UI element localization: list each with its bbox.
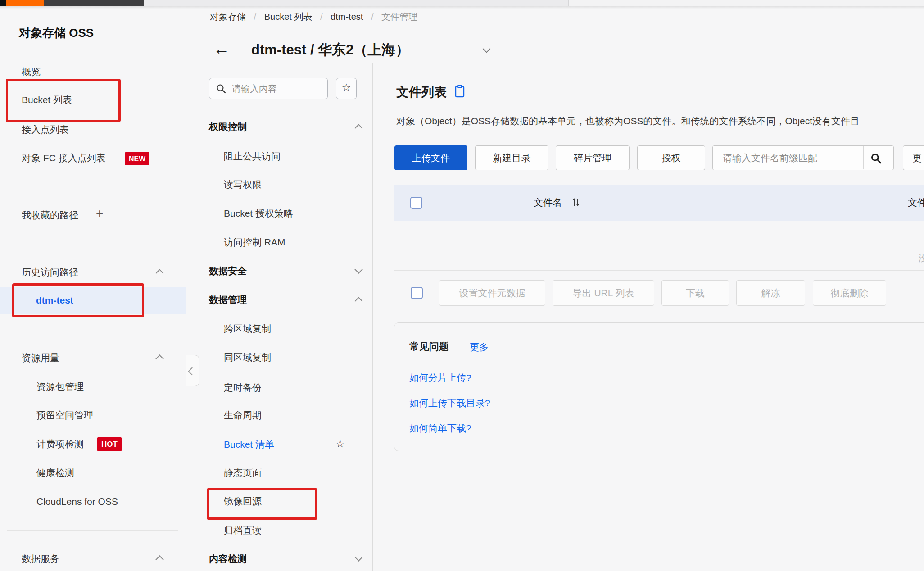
faq-link-upload-download-directory[interactable]: 如何上传下载目录? <box>409 397 490 409</box>
sidebar-favorites-header: 我收藏的路径 <box>22 209 78 222</box>
restore-button[interactable]: 解冻 <box>736 280 805 306</box>
sidebar-item-health-check[interactable]: 健康检测 <box>36 467 74 479</box>
faq-title: 常见问题 <box>409 340 449 353</box>
nav-item-archive-direct-read[interactable]: 归档直读 <box>224 524 262 537</box>
section-description: 对象（Object）是OSS存储数据的基本单元，也被称为OSS的文件。和传统的文… <box>396 114 924 128</box>
chevron-up-icon[interactable] <box>354 124 362 132</box>
new-directory-button[interactable]: 新建目录 <box>475 145 548 170</box>
sidebar-item-cloudlens[interactable]: CloudLens for OSS <box>36 495 118 508</box>
sidebar-services-header[interactable]: 数据服务 <box>22 553 59 565</box>
collapse-panel-handle[interactable] <box>186 355 199 386</box>
breadcrumb-item-oss[interactable]: 对象存储 <box>210 12 246 22</box>
nav-item-bucket-policy[interactable]: Bucket 授权策略 <box>224 207 293 220</box>
annotation-box-mirror-back-to-origin <box>207 488 317 520</box>
search-icon[interactable] <box>870 152 882 164</box>
left-sidebar-divider <box>186 6 186 571</box>
file-search-input[interactable]: 请输入文件名前缀匹配 <box>712 145 894 170</box>
chevron-up-icon[interactable] <box>155 354 163 363</box>
sidebar-title: 对象存储 OSS <box>19 25 94 41</box>
star-icon[interactable]: ☆ <box>335 437 345 450</box>
sidebar-item-resource-packages[interactable]: 资源包管理 <box>36 381 84 393</box>
nav-item-static-pages[interactable]: 静态页面 <box>224 467 262 479</box>
favorite-star-button[interactable]: ☆ <box>336 78 357 99</box>
chevron-down-icon[interactable] <box>354 553 362 561</box>
fragment-management-button[interactable]: 碎片管理 <box>556 145 630 170</box>
topbar-light-segment <box>144 0 569 6</box>
topbar-lighter-segment <box>569 0 924 6</box>
nav-item-same-region-replication[interactable]: 同区域复制 <box>224 351 271 364</box>
set-metadata-button[interactable]: 设置文件元数据 <box>439 280 545 306</box>
empty-state-text-clipped: 没 <box>919 252 924 264</box>
breadcrumb-item-dtm-test[interactable]: dtm-test <box>331 12 363 22</box>
sidebar-divider-line <box>7 330 178 330</box>
chevron-down-icon[interactable] <box>482 45 490 53</box>
oss-console-screen: 对象存储 OSS 概览 Bucket 列表 接入点列表 对象 FC 接入点列表 … <box>0 0 924 571</box>
search-input-divider <box>863 146 864 169</box>
nav-item-bucket-inventory-selected[interactable]: Bucket 清单 <box>224 438 274 451</box>
new-badge: NEW <box>125 152 149 165</box>
faq-more-link[interactable]: 更多 <box>470 341 489 353</box>
nav-item-acl[interactable]: 读写权限 <box>224 178 262 191</box>
topbar-dark-segment <box>44 0 144 6</box>
breadcrumb-item-bucket-list[interactable]: Bucket 列表 <box>264 12 313 22</box>
upload-file-button[interactable]: 上传文件 <box>394 145 467 170</box>
nav-item-lifecycle[interactable]: 生命周期 <box>224 409 262 421</box>
chevron-up-icon[interactable] <box>155 269 163 277</box>
page-title: dtm-test / 华东2（上海） <box>251 41 409 59</box>
sidebar-divider-line <box>7 242 178 242</box>
breadcrumb-separator: / <box>366 12 379 22</box>
topbar-shadow <box>0 6 924 9</box>
sidebar-item-reserved-space[interactable]: 预留空间管理 <box>36 409 93 421</box>
more-actions-button[interactable]: 更 <box>903 145 924 170</box>
nav-item-cross-region-replication[interactable]: 跨区域复制 <box>224 322 271 335</box>
search-icon <box>216 83 226 94</box>
breadcrumb-current: 文件管理 <box>381 12 417 22</box>
column-header-clipped: 文件 <box>908 196 924 209</box>
sidebar-usage-header[interactable]: 资源用量 <box>22 352 59 364</box>
bucket-nav-search-input[interactable]: 请输入内容 <box>209 78 328 99</box>
annotation-box-bucket-list <box>6 79 121 122</box>
add-favorite-icon[interactable]: + <box>96 206 103 221</box>
copy-icon[interactable] <box>454 85 466 98</box>
nav-group-content-detection[interactable]: 内容检测 <box>209 553 247 565</box>
faq-card: 常见问题 更多 如何分片上传? 如何上传下载目录? 如何简单下载? <box>394 322 924 451</box>
search-placeholder: 请输入内容 <box>232 82 277 95</box>
chevron-up-icon[interactable] <box>354 297 362 305</box>
nav-item-block-public-access[interactable]: 阻止公共访问 <box>224 150 281 163</box>
annotation-box-dtm-test <box>12 283 144 317</box>
sidebar-item-fc-access-points[interactable]: 对象 FC 接入点列表 <box>22 152 106 164</box>
chevron-down-icon[interactable] <box>354 265 362 273</box>
breadcrumb-separator: / <box>249 12 262 22</box>
file-search-placeholder: 请输入文件名前缀匹配 <box>723 152 817 164</box>
authorize-button[interactable]: 授权 <box>637 145 705 170</box>
select-all-checkbox[interactable] <box>410 197 422 209</box>
export-url-list-button[interactable]: 导出 URL 列表 <box>553 280 654 306</box>
hot-badge: HOT <box>97 437 122 451</box>
chevron-left-icon <box>188 367 196 375</box>
chevron-up-icon[interactable] <box>155 555 163 563</box>
nav-group-data-security[interactable]: 数据安全 <box>209 265 247 277</box>
nav-group-data-management[interactable]: 数据管理 <box>209 294 247 306</box>
nav-item-scheduled-backup[interactable]: 定时备份 <box>224 381 262 394</box>
permanently-delete-button[interactable]: 彻底删除 <box>813 280 886 306</box>
bucket-nav-divider <box>372 63 373 571</box>
sort-icon[interactable] <box>572 197 580 208</box>
back-arrow-icon[interactable]: ← <box>213 38 230 59</box>
nav-item-ram[interactable]: 访问控制 RAM <box>224 236 285 249</box>
faq-link-simple-download[interactable]: 如何简单下载? <box>409 422 471 435</box>
sidebar-item-billing-check[interactable]: 计费项检测 <box>36 438 84 450</box>
nav-group-permission[interactable]: 权限控制 <box>209 121 247 133</box>
table-header-row <box>394 185 924 221</box>
sidebar-divider-line <box>7 530 178 531</box>
bulk-select-checkbox[interactable] <box>411 287 423 299</box>
sidebar-item-access-points[interactable]: 接入点列表 <box>22 123 69 136</box>
breadcrumb: 对象存储 / Bucket 列表 / dtm-test / 文件管理 <box>210 11 417 23</box>
section-title: 文件列表 <box>396 84 447 101</box>
topbar-black-segment <box>0 0 6 6</box>
sidebar-item-overview[interactable]: 概览 <box>22 66 41 78</box>
faq-link-multipart-upload[interactable]: 如何分片上传? <box>409 372 471 384</box>
brand-logo-segment <box>6 0 44 6</box>
column-header-filename: 文件名 <box>534 196 562 209</box>
download-button[interactable]: 下载 <box>661 280 729 306</box>
sidebar-history-header[interactable]: 历史访问路径 <box>22 266 78 279</box>
